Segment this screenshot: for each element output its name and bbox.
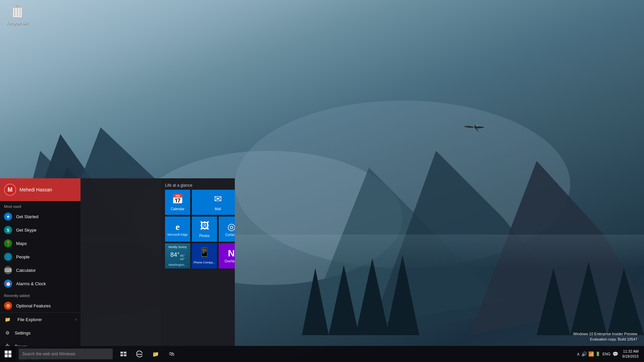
mail-tile-icon: ✉ [214, 193, 222, 204]
tiles-main: Life at a glance 📅 Calendar ✉ Mail [165, 182, 231, 270]
svg-rect-41 [124, 354, 126, 356]
tile-ms-edge[interactable]: e Microsoft Edge [165, 217, 190, 242]
app-alarms-clock[interactable]: ⏰ Alarms & Clock [0, 277, 80, 290]
taskbar-store[interactable]: 🛍 [164, 346, 180, 362]
notification-icon[interactable]: 💬 [612, 351, 618, 357]
start-menu: M Mehedi Hassan Most used ★ Get Started … [0, 178, 235, 346]
calculator-icon: ⌨ [4, 266, 12, 274]
app-label: Maps [16, 241, 27, 246]
weather-temp: 84° [170, 251, 179, 258]
speaker-icon[interactable]: 🔊 [581, 351, 587, 357]
eagle-decoration [463, 121, 486, 141]
phone-companion-label: Phone Compa... [192, 260, 217, 265]
recycle-bin[interactable]: Recycle Bin [7, 3, 28, 25]
app-get-started[interactable]: ★ Get Started [0, 210, 80, 223]
start-button[interactable] [0, 346, 16, 362]
svg-rect-38 [120, 352, 123, 354]
recently-added-label: Recently added [0, 290, 80, 299]
settings-icon: ⚙ [4, 329, 11, 336]
file-explorer-icon: 📁 [4, 316, 11, 323]
battery-icon[interactable]: 🔋 [595, 352, 600, 356]
people-icon: 👤 [4, 253, 12, 261]
edge-tile-label: Microsoft Edge [165, 232, 190, 237]
recycle-bin-label: Recycle Bin [7, 21, 28, 25]
weather-city: Washington... [168, 263, 187, 266]
clock-date: 9/18/2015 [622, 354, 639, 359]
user-avatar: M [4, 184, 16, 196]
weather-condition: Mostly Sunny [168, 245, 186, 249]
build-info-line1: Windows 10 Enterprise Insider Preview [573, 331, 637, 337]
app-label: Get Skype [16, 228, 37, 233]
user-profile[interactable]: M Mehedi Hassan [0, 178, 80, 201]
app-get-skype[interactable]: S Get Skype [0, 223, 80, 237]
photos-tile-icon: 🖼 [200, 220, 209, 231]
start-menu-left-panel: M Mehedi Hassan Most used ★ Get Started … [0, 178, 80, 346]
app-calculator[interactable]: ⌨ Calculator [0, 263, 80, 277]
onenote-label: OneNote [219, 259, 235, 264]
edge-tile-icon: e [175, 222, 179, 232]
system-tray: ∧ 🔊 📶 🔋 ENG 💬 [577, 351, 618, 357]
app-optional-features[interactable]: ⚙ Optional Features [0, 299, 80, 312]
recycle-bin-icon [9, 3, 25, 19]
skype-icon: S [4, 226, 12, 234]
calendar-tile-label: Calendar [165, 206, 190, 212]
life-group-label: Life at a glance [165, 183, 235, 190]
optional-features-icon: ⚙ [4, 302, 12, 310]
tile-cortana[interactable]: ◎ Cortana [219, 217, 235, 242]
taskbar-edge[interactable] [131, 346, 148, 362]
maps-icon: 📍 [4, 239, 12, 247]
app-maps[interactable]: 📍 Maps [0, 237, 80, 250]
app-people[interactable]: 👤 People [0, 250, 80, 263]
app-label: Calculator [16, 268, 36, 273]
taskbar: 📁 🛍 ∧ 🔊 📶 🔋 ENG 💬 11:32 AM 9/18/2015 [0, 346, 644, 362]
clock-time: 11:32 AM [623, 349, 639, 354]
taskbar-file-explorer[interactable]: 📁 [148, 346, 164, 362]
language-indicator[interactable]: ENG [602, 352, 610, 356]
weather-hi: 85° [180, 254, 185, 257]
network-icon[interactable]: 📶 [588, 351, 594, 357]
build-info-line2: Evaluation copy. Build 10547 [573, 337, 637, 342]
tile-phone-companion[interactable]: 📱 Phone Compa... [192, 243, 217, 268]
app-label: Get Started [16, 214, 38, 219]
onenote-icon: N [228, 248, 234, 259]
life-at-a-glance-group: Life at a glance 📅 Calendar ✉ Mail [165, 182, 235, 270]
tile-weather[interactable]: Mostly Sunny 84° 85° 64° Washington... [165, 243, 190, 268]
expand-icon: › [75, 317, 76, 322]
cortana-tile-label: Cortana [219, 232, 235, 237]
mail-tile-label: Mail [192, 206, 235, 212]
svg-rect-40 [120, 354, 123, 356]
phone-companion-icon: 📱 [199, 247, 210, 258]
file-explorer-item[interactable]: 📁 File Explorer › [0, 313, 80, 326]
build-info: Windows 10 Enterprise Insider Preview Ev… [573, 331, 637, 342]
app-label: People [16, 254, 30, 259]
alarms-icon: ⏰ [4, 280, 12, 288]
up-arrow-icon[interactable]: ∧ [577, 351, 580, 357]
file-explorer-label: File Explorer [17, 317, 42, 322]
weather-lo: 64° [180, 257, 185, 261]
taskbar-right: ∧ 🔊 📶 🔋 ENG 💬 11:32 AM 9/18/2015 [577, 349, 644, 359]
tile-onenote[interactable]: N OneNote [219, 243, 235, 268]
settings-item[interactable]: ⚙ Settings [0, 326, 80, 340]
tile-calendar[interactable]: 📅 Calendar [165, 190, 190, 215]
user-name: Mehedi Hassan [19, 187, 52, 192]
settings-label: Settings [15, 330, 31, 336]
tiles-panel: Life at a glance 📅 Calendar ✉ Mail [161, 178, 235, 346]
tile-photos[interactable]: 🖼 Photos [192, 217, 217, 242]
app-label: Optional Features [16, 303, 51, 308]
get-started-icon: ★ [4, 213, 12, 221]
taskbar-task-view[interactable] [115, 346, 131, 362]
svg-rect-25 [15, 5, 19, 7]
app-label: Alarms & Clock [16, 281, 46, 286]
svg-rect-39 [124, 352, 126, 354]
windows-logo [5, 351, 11, 357]
calendar-tile-icon: 📅 [172, 193, 183, 204]
tile-mail[interactable]: ✉ Mail [192, 190, 235, 215]
cortana-tile-icon: ◎ [227, 221, 235, 232]
search-input[interactable] [19, 349, 113, 359]
photos-tile-label: Photos [192, 233, 217, 238]
most-used-label: Most used [0, 201, 80, 210]
clock[interactable]: 11:32 AM 9/18/2015 [621, 349, 640, 359]
